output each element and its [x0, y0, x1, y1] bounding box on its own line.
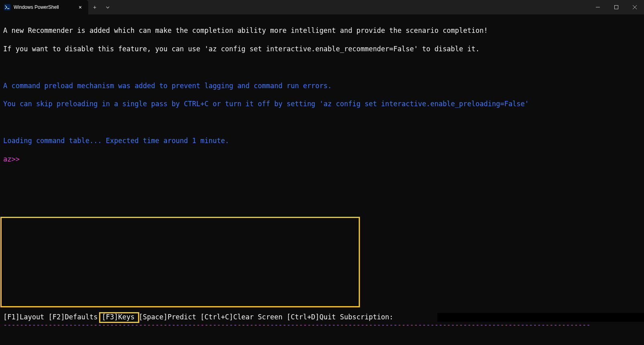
window-close-button[interactable] — [626, 0, 644, 14]
minimize-button[interactable] — [589, 0, 607, 14]
prompt[interactable]: az>> — [3, 155, 641, 164]
tab-title: Windows PowerShell — [14, 4, 74, 10]
output-line: If you want to disable this feature, you… — [3, 44, 641, 54]
footer-bar: [F1]Layout [F2]Defaults [F3]Keys [Space]… — [3, 313, 641, 322]
powershell-icon — [4, 4, 10, 10]
tab-powershell[interactable]: Windows PowerShell ✕ — [0, 0, 88, 14]
maximize-button[interactable] — [607, 0, 626, 14]
svg-rect-0 — [615, 6, 618, 9]
close-icon[interactable]: ✕ — [77, 4, 83, 10]
output-line: Loading command table... Expected time a… — [3, 136, 641, 145]
titlebar: Windows PowerShell ✕ + — [0, 0, 644, 14]
window-controls — [589, 0, 644, 14]
new-tab-button[interactable]: + — [88, 0, 101, 14]
terminal-output[interactable]: A new Recommender is added which can mak… — [0, 14, 644, 345]
output-line: You can skip preloading in a single pass… — [3, 99, 641, 109]
tab-dropdown-button[interactable] — [101, 0, 114, 14]
output-line: A new Recommender is added which can mak… — [3, 26, 641, 35]
output-line: A command preload mechanism was added to… — [3, 81, 641, 91]
